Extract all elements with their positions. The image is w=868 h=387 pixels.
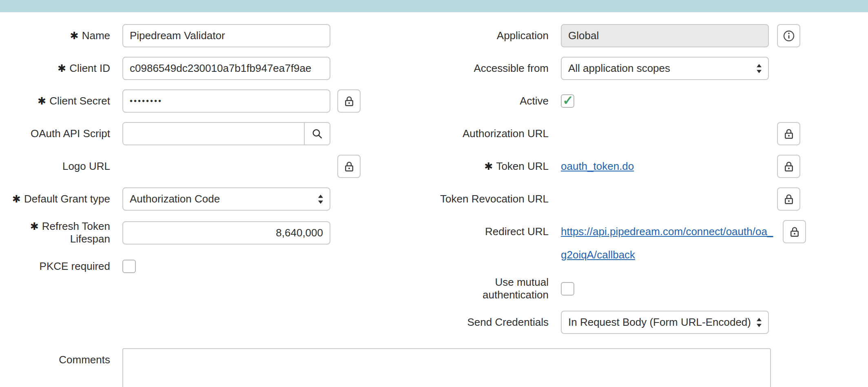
field-row-token-url: ✱Token URL oauth_token.do [426, 155, 806, 178]
accessible-from-selected-value: All application scopes [568, 62, 670, 75]
logo-url-label: Logo URL [0, 160, 110, 173]
field-row-oauth-api-script: OAuth API Script [0, 122, 361, 145]
active-checkbox[interactable] [561, 94, 574, 108]
default-grant-type-selected-value: Authorization Code [130, 193, 220, 205]
required-asterisk-icon: ✱ [484, 160, 493, 172]
field-row-authorization-url: Authorization URL [426, 122, 806, 145]
lock-icon [783, 128, 795, 140]
name-input[interactable] [122, 24, 330, 47]
select-arrows-icon [756, 63, 762, 74]
token-revocation-url-empty-value [561, 187, 769, 211]
redirect-url-link[interactable]: https://api.pipedream.com/connect/oauth/… [561, 225, 773, 261]
required-asterisk-icon: ✱ [30, 220, 39, 232]
refresh-token-lifespan-input[interactable] [122, 221, 330, 245]
required-asterisk-icon: ✱ [58, 62, 66, 74]
token-url-label: ✱Token URL [426, 160, 549, 173]
accessible-from-select[interactable]: All application scopes [561, 57, 769, 80]
authorization-url-empty-value [561, 122, 769, 145]
authorization-url-lock-button[interactable] [777, 122, 800, 145]
top-header-strip [0, 0, 868, 12]
redirect-url-label: Redirect URL [426, 225, 549, 238]
pkce-required-label: PKCE required [0, 260, 110, 273]
use-mutual-authentication-checkbox[interactable] [561, 282, 574, 296]
client-secret-label: ✱Client Secret [0, 95, 110, 107]
default-grant-type-label: ✱Default Grant type [0, 193, 110, 205]
field-row-client-id: ✱Client ID [0, 57, 361, 80]
logo-url-lock-button[interactable] [337, 155, 361, 178]
oauth-api-script-lookup-button[interactable] [304, 123, 330, 145]
token-url-lock-button[interactable] [777, 155, 800, 178]
token-revocation-url-label: Token Revocation URL [426, 193, 549, 205]
field-row-token-revocation-url: Token Revocation URL [426, 187, 806, 211]
field-row-client-secret: ✱Client Secret [0, 89, 361, 113]
oauth-api-script-input[interactable] [123, 123, 304, 145]
oauth-api-script-label: OAuth API Script [0, 127, 110, 140]
name-label: ✱Name [0, 29, 110, 42]
required-asterisk-icon: ✱ [38, 95, 46, 107]
active-label: Active [426, 95, 549, 107]
field-row-logo-url: Logo URL [0, 155, 361, 178]
field-row-redirect-url: Redirect URL https://api.pipedream.com/c… [426, 220, 806, 267]
send-credentials-label: Send Credentials [426, 316, 549, 329]
required-asterisk-icon: ✱ [12, 193, 21, 205]
field-row-pkce-required: PKCE required [0, 255, 361, 278]
form-column-right: Application Accessible from All applicat… [426, 24, 806, 343]
select-arrows-icon [317, 194, 324, 205]
logo-url-empty-value [122, 155, 330, 178]
application-input[interactable] [561, 24, 769, 47]
form-column-left: ✱Name ✱Client ID ✱Client Secret OAuth AP… [0, 24, 361, 287]
comments-label: Comments [0, 354, 110, 366]
field-row-name: ✱Name [0, 24, 361, 47]
refresh-token-lifespan-label: ✱Refresh Token Lifespan [0, 220, 110, 245]
lock-icon [783, 160, 795, 173]
default-grant-type-select[interactable]: Authorization Code [122, 187, 330, 211]
client-id-label: ✱Client ID [0, 62, 110, 75]
lock-icon [788, 226, 801, 238]
oauth-api-script-reference-group [122, 122, 330, 145]
client-id-input[interactable] [122, 57, 330, 80]
field-row-accessible-from: Accessible from All application scopes [426, 57, 806, 80]
field-row-application: Application [426, 24, 806, 47]
lock-icon [343, 95, 355, 107]
send-credentials-selected-value: In Request Body (Form URL-Encoded) [568, 316, 751, 329]
required-asterisk-icon: ✱ [70, 30, 79, 41]
accessible-from-label: Accessible from [426, 62, 549, 75]
redirect-url-lock-button[interactable] [783, 220, 806, 243]
select-arrows-icon [756, 317, 762, 328]
search-icon [311, 128, 323, 140]
authorization-url-label: Authorization URL [426, 127, 549, 140]
comments-textarea[interactable] [122, 348, 771, 387]
field-row-default-grant-type: ✱Default Grant type Authorization Code [0, 187, 361, 211]
send-credentials-select[interactable]: In Request Body (Form URL-Encoded) [561, 311, 769, 334]
application-label: Application [426, 29, 549, 42]
client-secret-lock-button[interactable] [337, 89, 361, 113]
use-mutual-authentication-label: Use mutual authentication [426, 276, 549, 301]
field-row-comments: Comments [0, 348, 771, 387]
application-info-button[interactable] [777, 24, 800, 47]
field-row-refresh-token-lifespan: ✱Refresh Token Lifespan [0, 220, 361, 245]
info-icon [782, 29, 795, 42]
field-row-active: Active [426, 89, 806, 113]
pkce-required-checkbox[interactable] [122, 260, 136, 273]
client-secret-input[interactable] [122, 89, 330, 113]
lock-icon [343, 160, 355, 173]
token-url-link[interactable]: oauth_token.do [561, 160, 634, 173]
field-row-use-mutual-authentication: Use mutual authentication [426, 276, 806, 301]
field-row-send-credentials: Send Credentials In Request Body (Form U… [426, 311, 806, 334]
token-revocation-url-lock-button[interactable] [777, 187, 800, 211]
lock-icon [783, 193, 795, 205]
